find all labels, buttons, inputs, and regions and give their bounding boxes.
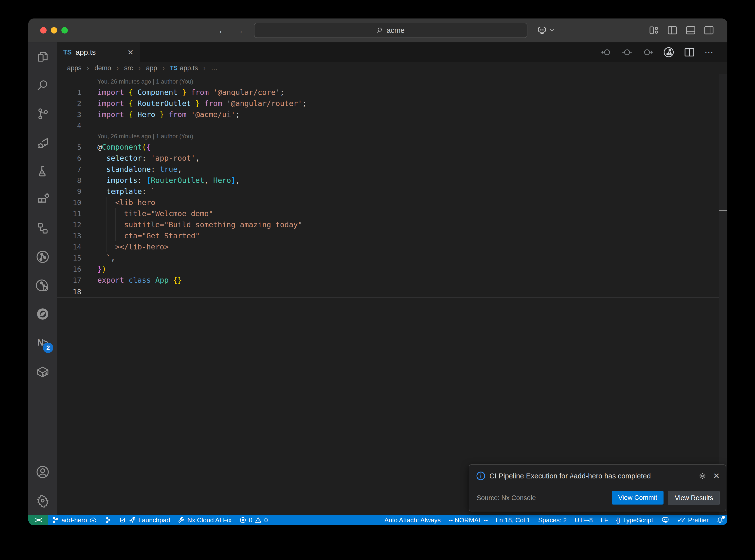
search-sidebar-icon[interactable] [28, 71, 57, 100]
code-line-3[interactable]: 3import { Hero } from '@acme/ui'; [57, 109, 719, 120]
notification-close-icon[interactable]: ✕ [713, 471, 720, 481]
code-line-11[interactable]: 11 title="Welcmoe demo" [57, 208, 719, 219]
split-editor-icon[interactable] [684, 47, 695, 57]
code-line-1[interactable]: 1import { Component } from '@angular/cor… [57, 87, 719, 98]
code-line-16[interactable]: 16}) [57, 263, 719, 275]
code-line-7[interactable]: 7 standalone: true, [57, 164, 719, 175]
line-number: 6 [57, 154, 81, 162]
swirl-extension-icon[interactable] [28, 300, 57, 328]
git-branch-item[interactable]: add-hero [48, 515, 101, 525]
language-mode-item[interactable]: {} TypeScript [612, 515, 657, 525]
run-debug-icon[interactable] [28, 128, 57, 157]
editor[interactable]: You, 26 minutes ago | 1 author (You)1imp… [57, 74, 728, 515]
problems-item[interactable]: 0 0 [236, 515, 272, 525]
close-tab-icon[interactable]: ✕ [127, 48, 134, 57]
line-number: 13 [57, 232, 81, 240]
branch-name: add-hero [61, 516, 87, 524]
breadcrumb-item[interactable]: app [146, 64, 157, 72]
navigate-forward-icon[interactable]: → [235, 25, 244, 36]
accounts-icon[interactable] [28, 458, 57, 486]
search-icon [377, 27, 384, 34]
source-control-icon[interactable] [28, 100, 57, 128]
tab-app-ts[interactable]: TS app.ts ✕ [57, 42, 140, 62]
encoding-item[interactable]: UTF-8 [571, 515, 597, 525]
indentation-item[interactable]: Spaces: 2 [534, 515, 571, 525]
copilot-status-item[interactable] [657, 515, 673, 525]
nx-cloud-ai-fix-item[interactable]: Nx Cloud AI Fix [174, 515, 236, 525]
code-line-17[interactable]: 17export class App {} [57, 275, 719, 286]
view-commit-button[interactable]: View Commit [612, 491, 664, 504]
zoom-window-button[interactable] [61, 27, 68, 34]
run-next-icon[interactable] [642, 48, 653, 56]
notification-toast: CI Pipeline Execution for #add-hero has … [469, 464, 726, 512]
command-center-search[interactable]: acme [254, 23, 528, 38]
breadcrumb-item-file[interactable]: TSapp.ts [170, 64, 198, 72]
code-line-8[interactable]: 8 imports: [RouterOutlet, Hero], [57, 175, 719, 186]
code-line-6[interactable]: 6 selector: 'app-root', [57, 153, 719, 164]
prettier-item[interactable]: ✓✓ Prettier [673, 515, 713, 525]
code-line-15[interactable]: 15 `, [57, 253, 719, 263]
breadcrumb-item-symbol[interactable]: … [211, 64, 217, 72]
container-tools-icon[interactable] [28, 357, 57, 385]
line-number: 14 [57, 243, 81, 251]
run-previous-icon[interactable] [601, 48, 612, 56]
code-line-2[interactable]: 2import { RouterOutlet } from '@angular/… [57, 98, 719, 109]
code-line-5[interactable]: 5@Component({ [57, 141, 719, 153]
toggle-panel-icon[interactable] [686, 26, 696, 35]
toggle-secondary-sidebar-icon[interactable] [704, 26, 714, 35]
testing-icon[interactable] [28, 157, 57, 185]
wrench-icon [178, 517, 185, 523]
settings-gear-icon[interactable] [28, 486, 57, 515]
notification-settings-icon[interactable] [698, 472, 707, 480]
customize-layout-icon[interactable] [649, 26, 659, 35]
tab-label: app.ts [76, 48, 96, 57]
breadcrumb-item[interactable]: apps [67, 64, 82, 72]
extensions-icon[interactable] [28, 185, 57, 214]
toggle-primary-sidebar-icon[interactable] [668, 26, 677, 35]
line-number: 9 [57, 187, 81, 196]
code-line-13[interactable]: 13 cta="Get Started" [57, 230, 719, 241]
remote-indicator[interactable]: >< [28, 515, 48, 525]
code-line-18[interactable]: 18 [57, 286, 719, 298]
notifications-bell-item[interactable] [713, 515, 728, 525]
eol-item[interactable]: LF [597, 515, 612, 525]
breadcrumb-item[interactable]: src [124, 64, 133, 72]
code-area[interactable]: You, 26 minutes ago | 1 author (You)1imp… [57, 74, 719, 298]
launchpad-item[interactable]: Launchpad [116, 515, 174, 525]
vim-mode-item[interactable]: -- NORMAL -- [444, 515, 492, 525]
close-window-button[interactable] [40, 27, 46, 34]
scrollbar-marker [719, 210, 728, 211]
cursor-position-item[interactable]: Ln 18, Col 1 [492, 515, 534, 525]
copilot-menu[interactable] [537, 19, 555, 42]
navigate-back-icon[interactable]: ← [218, 25, 227, 36]
nx-graph-search-icon[interactable] [28, 271, 57, 300]
line-number: 1 [57, 88, 81, 97]
view-results-button[interactable]: View Results [668, 491, 720, 505]
run-current-icon[interactable] [622, 48, 633, 56]
code-line-9[interactable]: 9 template: ` [57, 186, 719, 197]
code-line-10[interactable]: 10 <lib-hero [57, 197, 719, 208]
typescript-file-icon: TS [170, 65, 177, 72]
more-actions-icon[interactable]: ⋯ [704, 47, 714, 57]
line-number: 16 [57, 265, 81, 273]
nx-console-icon[interactable]: N> 2 [28, 328, 57, 357]
breadcrumb-item[interactable]: demo [95, 64, 111, 72]
code-line-12[interactable]: 12 subtitle="Build something amazing tod… [57, 219, 719, 230]
editor-scrollbar[interactable] [719, 74, 728, 515]
minimize-window-button[interactable] [51, 27, 57, 34]
rocket-icon [129, 517, 136, 523]
nx-graph-icon[interactable] [28, 242, 57, 271]
nx-graph-editor-icon[interactable] [663, 46, 674, 58]
project-structure-icon[interactable] [28, 214, 57, 242]
status-bar: >< add-hero Launchpad Nx Cloud AI Fix 0 … [28, 515, 728, 525]
source-control-graph-item[interactable] [101, 515, 116, 525]
cloud-upload-icon [90, 517, 97, 523]
code-line-14[interactable]: 14 ></lib-hero> [57, 241, 719, 253]
auto-attach-item[interactable]: Auto Attach: Always [380, 515, 444, 525]
explorer-icon[interactable] [28, 42, 57, 71]
line-number: 7 [57, 165, 81, 174]
git-blame-annotation: You, 26 minutes ago | 1 author (You) [57, 131, 719, 141]
line-number: 18 [57, 288, 81, 296]
code-line-4[interactable]: 4 [57, 120, 719, 131]
error-icon [239, 517, 246, 523]
